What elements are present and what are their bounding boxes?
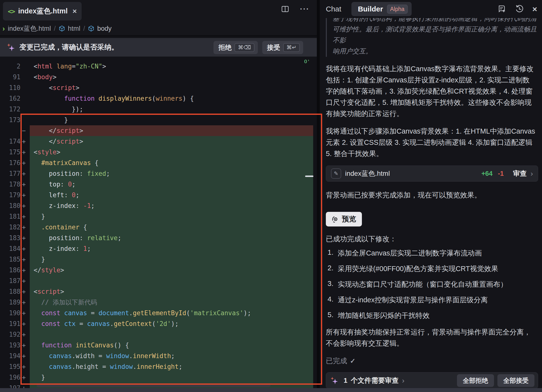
- line-number: 181: [0, 213, 20, 220]
- sparkle-icon: [6, 42, 16, 52]
- code-line[interactable]: 110<script>: [0, 82, 317, 93]
- code-line[interactable]: 173}: [0, 115, 317, 125]
- code-line[interactable]: 195+canvas.height = window.innerHeight;: [0, 361, 317, 372]
- code-line[interactable]: 193+function initCanvas() {: [0, 340, 317, 351]
- code-line[interactable]: 172});: [0, 104, 317, 115]
- new-chat-icon[interactable]: [497, 4, 506, 14]
- code-line[interactable]: 162function displayWinners(winners) {: [0, 93, 317, 104]
- change-message: 变更已完成，请确认是否采纳。: [19, 42, 118, 52]
- code-line[interactable]: 196+}: [0, 372, 317, 383]
- diff-marker: +: [20, 138, 30, 145]
- code-line[interactable]: 177+position: fixed;: [0, 168, 317, 179]
- breadcrumb-chevron-icon[interactable]: ›: [2, 24, 5, 33]
- diff-marker: +: [20, 148, 30, 156]
- tab-chat[interactable]: Chat: [326, 5, 341, 13]
- diff-marker: +: [20, 181, 30, 188]
- code-diff-view[interactable]: 2<html lang="zh-CN">91<body>110<script>1…: [0, 57, 317, 388]
- accept-label: 接受: [267, 43, 280, 52]
- diff-marker: +: [20, 159, 30, 167]
- check-icon: ✓: [350, 357, 356, 365]
- done-label: 已完成: [326, 356, 347, 366]
- code-line[interactable]: 189+// 添加以下新代码: [0, 297, 317, 308]
- code-line[interactable]: 186+</style>: [0, 265, 317, 275]
- preview-button[interactable]: 预览: [326, 212, 362, 226]
- code-text: canvas.height = window.innerHeight;: [30, 361, 313, 372]
- diff-marker: +: [20, 288, 30, 295]
- code-text: </script>: [30, 125, 313, 136]
- code-line[interactable]: 181+}: [0, 211, 317, 222]
- code-line[interactable]: 174+</script>: [0, 136, 317, 147]
- accept-button[interactable]: 接受 ⌘↵: [262, 41, 303, 54]
- code-line[interactable]: 180+z-index: -1;: [0, 200, 317, 211]
- code-line[interactable]: 182+.container {: [0, 222, 317, 233]
- code-text: position: fixed;: [30, 168, 313, 179]
- code-line[interactable]: 178+top: 0;: [0, 179, 317, 190]
- diff-marker: +: [20, 309, 30, 317]
- code-text: z-index: 1;: [30, 243, 313, 254]
- breadcrumb-html[interactable]: html: [68, 25, 80, 32]
- editor-pane: <> index蓝色.html × ··· › index蓝色.html / h…: [0, 0, 317, 392]
- code-text: });: [30, 104, 313, 115]
- breadcrumb-body[interactable]: body: [97, 25, 112, 32]
- code-line[interactable]: 194+canvas.width = window.innerWidth;: [0, 351, 317, 361]
- preview-label: 预览: [342, 214, 356, 224]
- code-line[interactable]: 91<body>: [0, 72, 317, 82]
- split-editor-icon[interactable]: [281, 5, 289, 13]
- code-line[interactable]: 185+}: [0, 254, 317, 265]
- code-line[interactable]: 190+const canvas = document.getElementBy…: [0, 308, 317, 318]
- diff-marker: +: [20, 363, 30, 370]
- breadcrumb-file[interactable]: index蓝色.html: [8, 24, 51, 33]
- line-number: 194: [0, 352, 20, 360]
- tab-builder[interactable]: Builder Alpha: [351, 2, 411, 16]
- code-line[interactable]: 187+: [0, 275, 317, 286]
- files-review-bar: 1 个文件需要审查 › 全部拒绝 全部接受: [326, 372, 538, 389]
- horizontal-scrollbar[interactable]: [37, 384, 271, 387]
- line-number: 176: [0, 159, 20, 167]
- code-line[interactable]: 176+#matrixCanvas {: [0, 157, 317, 168]
- code-line[interactable]: 192+: [0, 329, 317, 340]
- code-text: [30, 275, 313, 286]
- code-line[interactable]: 2<html lang="zh-CN">: [0, 61, 317, 72]
- alpha-badge: Alpha: [387, 5, 408, 14]
- diff-marker: +: [20, 384, 30, 388]
- minimap[interactable]: O': [304, 59, 310, 64]
- thinking-line: 可维护性。最后，测试背景效果是否与操作界面正确分离，动画流畅且不影: [333, 24, 537, 46]
- code-text: }: [30, 254, 313, 265]
- changed-file-card[interactable]: ✎ index蓝色.html +64 -1 审查 ›: [326, 166, 538, 182]
- edit-pencil-icon: ✎: [331, 168, 341, 179]
- breadcrumb-separator: /: [54, 25, 56, 32]
- line-number: 197: [0, 384, 20, 388]
- files-count: 1: [344, 377, 348, 384]
- change-list-item: 4.通过z-index控制实现背景层与操作界面层级分离: [328, 295, 537, 305]
- preview-note: 背景动画已按要求完成添加，现在可以预览效果。: [326, 189, 537, 201]
- close-panel-icon[interactable]: ×: [532, 4, 537, 14]
- review-link[interactable]: 审查: [513, 169, 527, 178]
- chat-scroll-area[interactable]: 基于现有的代码结构，能够执行采用新的动画逻辑，同时保持代码的清晰和 可维护性。最…: [320, 0, 542, 392]
- deletions-count: -1: [498, 170, 504, 177]
- reject-all-button[interactable]: 全部拒绝: [457, 374, 494, 387]
- diff-marker: +: [20, 266, 30, 274]
- tab-close-icon[interactable]: ×: [73, 7, 77, 15]
- diff-marker: +: [20, 277, 30, 284]
- history-icon[interactable]: [515, 4, 524, 14]
- code-line[interactable]: 191+const ctx = canvas.getContext('2d');: [0, 318, 317, 329]
- tab-index-html[interactable]: <> index蓝色.html ×: [3, 2, 82, 20]
- accept-all-button[interactable]: 全部接受: [497, 374, 534, 387]
- thinking-clipped-line: 基于现有的代码结构，能够执行采用新的动画逻辑，同时保持代码的清晰和: [333, 18, 537, 24]
- changes-title: 已成功完成以下修改：: [326, 234, 537, 244]
- diff-marker: −: [20, 127, 30, 134]
- more-actions-icon[interactable]: ···: [300, 5, 310, 13]
- sparkle-icon: [329, 376, 339, 385]
- pane-divider[interactable]: [317, 0, 320, 392]
- code-line[interactable]: 188+<script>: [0, 286, 317, 297]
- code-line[interactable]: 183+position: relative;: [0, 233, 317, 243]
- additions-count: +64: [481, 170, 493, 177]
- chevron-right-icon[interactable]: ›: [402, 376, 405, 385]
- code-line[interactable]: 179+left: 0;: [0, 190, 317, 200]
- changed-file-name: index蓝色.html: [345, 169, 477, 178]
- code-line[interactable]: −</script>: [0, 125, 317, 136]
- reject-button[interactable]: 拒绝 ⌘⌫: [213, 41, 258, 54]
- code-line[interactable]: 184+z-index: 1;: [0, 243, 317, 254]
- code-line[interactable]: 175+<style>: [0, 147, 317, 157]
- line-number: 110: [0, 84, 20, 91]
